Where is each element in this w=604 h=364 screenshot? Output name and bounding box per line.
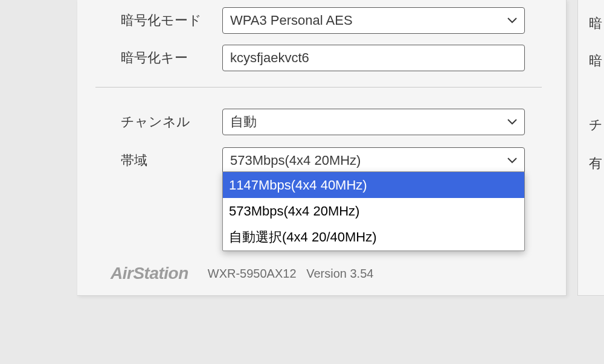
select-encryption-mode-value: WPA3 Personal AES [230,13,353,28]
right-label-3: 有 [589,155,602,173]
input-encryption-key[interactable] [222,45,525,71]
row-encryption-mode: 暗号化モード WPA3 Personal AES [121,7,525,34]
section-divider [95,87,542,88]
bandwidth-option-1[interactable]: 573Mbps(4x4 20MHz) [223,198,524,224]
right-panel: 暗 暗 チ 有 [577,0,604,296]
row-channel: チャンネル 自動 [121,109,525,135]
bandwidth-option-2[interactable]: 自動選択(4x4 20/40MHz) [223,224,524,250]
version-text: Version 3.54 [306,267,373,280]
chevron-down-icon [507,158,517,164]
bandwidth-dropdown-list[interactable]: 1147Mbps(4x4 40MHz) 573Mbps(4x4 20MHz) 自… [222,171,525,251]
label-encryption-mode: 暗号化モード [121,11,222,30]
label-bandwidth: 帯域 [121,152,222,170]
brand-logo: AirStation [111,264,188,283]
right-label-1: 暗 [589,52,602,70]
right-label-2: チ [589,116,603,134]
row-bandwidth: 帯域 573Mbps(4x4 20MHz) [121,147,525,174]
chevron-down-icon [507,18,517,24]
model-number: WXR-5950AX12 [208,267,297,280]
bandwidth-option-0[interactable]: 1147Mbps(4x4 40MHz) [223,172,524,198]
select-bandwidth[interactable]: 573Mbps(4x4 20MHz) [222,147,525,174]
label-channel: チャンネル [121,113,222,131]
settings-panel: 暗号化モード WPA3 Personal AES 暗号化キー チャンネル 自動 [77,0,567,296]
right-label-0: 暗 [589,14,602,33]
select-channel-value: 自動 [230,113,257,131]
select-channel[interactable]: 自動 [222,109,525,135]
select-bandwidth-value: 573Mbps(4x4 20MHz) [230,153,361,168]
chevron-down-icon [507,119,517,125]
row-encryption-key: 暗号化キー [121,45,525,71]
label-encryption-key: 暗号化キー [121,49,222,67]
footer: AirStation WXR-5950AX12 Version 3.54 [111,264,373,283]
select-encryption-mode[interactable]: WPA3 Personal AES [222,7,525,34]
